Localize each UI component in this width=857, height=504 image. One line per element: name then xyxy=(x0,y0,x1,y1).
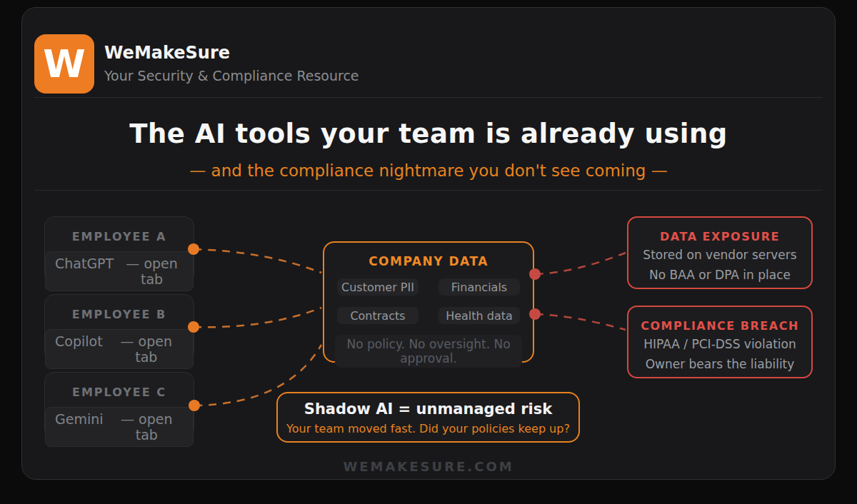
brand-name: WeMakeSure xyxy=(104,43,230,63)
site-url: WEMAKESURE.COM xyxy=(0,459,857,474)
employee-c-card: EMPLOYEE C Gemini — open tab xyxy=(44,372,194,439)
data-exposure-box: DATA EXPOSURE Stored on vendor servers N… xyxy=(627,216,813,289)
hero-divider xyxy=(34,190,823,191)
tool-name: Gemini xyxy=(55,411,104,427)
employee-tool-pill: Gemini — open tab xyxy=(45,407,194,447)
tool-note: — open tab xyxy=(120,256,184,287)
hero-subtitle: — and the compliance nightmare you don't… xyxy=(0,161,857,180)
tool-name: ChatGPT xyxy=(55,256,114,271)
employee-tool-pill: Copilot — open tab xyxy=(45,329,194,369)
chip-customer-pii: Customer PII xyxy=(337,278,419,296)
employee-label: EMPLOYEE A xyxy=(45,230,194,243)
brand-logo-icon: W xyxy=(34,34,94,94)
compliance-breach-box: COMPLIANCE BREACH HIPAA / PCI-DSS violat… xyxy=(627,306,813,378)
compliance-breach-title: COMPLIANCE BREACH xyxy=(628,319,811,333)
company-data-chips: Customer PII Financials Contracts Health… xyxy=(337,278,520,324)
compliance-breach-line: Owner bears the liability xyxy=(628,356,811,373)
chip-contracts: Contracts xyxy=(337,307,419,324)
hero-title: The AI tools your team is already using xyxy=(0,119,857,149)
tool-note: — open tab xyxy=(109,333,184,365)
data-exposure-line: No BAA or DPA in place xyxy=(628,267,811,283)
data-exposure-line: Stored on vendor servers xyxy=(628,247,811,263)
compliance-breach-line: HIPAA / PCI-DSS violation xyxy=(628,336,811,353)
employee-b-card: EMPLOYEE B Copilot — open tab xyxy=(44,294,194,361)
chip-financials: Financials xyxy=(438,278,520,296)
employee-label: EMPLOYEE C xyxy=(45,385,194,399)
infographic-canvas: W WeMakeSure Your Security & Compliance … xyxy=(0,0,857,504)
company-data-title: COMPANY DATA xyxy=(324,254,533,268)
chip-health-data: Health data xyxy=(438,307,520,324)
company-footnote: No policy. No oversight. No approval. xyxy=(335,335,522,368)
employee-tool-pill: ChatGPT — open tab xyxy=(45,251,194,291)
employee-a-card: EMPLOYEE A ChatGPT — open tab xyxy=(44,216,194,283)
brand-tagline: Your Security & Compliance Resource xyxy=(104,68,359,84)
verdict-subtitle: Your team moved fast. Did your policies … xyxy=(278,422,578,435)
header-divider xyxy=(34,97,823,98)
data-exposure-title: DATA EXPOSURE xyxy=(628,230,811,243)
tool-note: — open tab xyxy=(110,411,184,443)
tool-name: Copilot xyxy=(55,333,103,349)
verdict-title: Shadow AI = unmanaged risk xyxy=(278,400,578,418)
company-data-box: COMPANY DATA Customer PII Financials Con… xyxy=(323,241,534,363)
employee-label: EMPLOYEE B xyxy=(45,308,194,321)
shadow-ai-verdict-box: Shadow AI = unmanaged risk Your team mov… xyxy=(276,392,580,443)
